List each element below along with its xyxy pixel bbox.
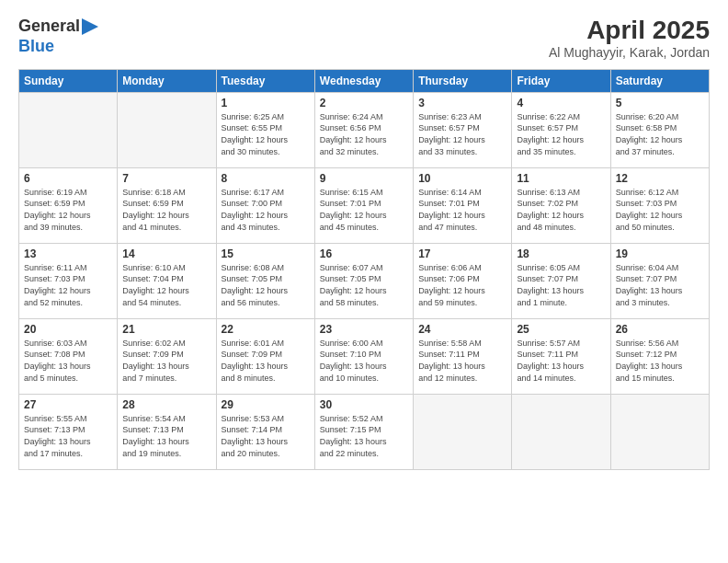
day-info: Sunrise: 6:08 AM Sunset: 7:05 PM Dayligh…	[222, 262, 310, 308]
day-info: Sunrise: 6:24 AM Sunset: 6:56 PM Dayligh…	[320, 111, 408, 157]
day-number: 7	[122, 172, 210, 185]
day-info: Sunrise: 6:15 AM Sunset: 7:01 PM Dayligh…	[320, 187, 408, 233]
day-cell	[414, 394, 512, 469]
day-number: 9	[320, 172, 408, 185]
calendar-table: Sunday Monday Tuesday Wednesday Thursday…	[18, 69, 710, 470]
day-info: Sunrise: 6:18 AM Sunset: 6:59 PM Dayligh…	[122, 187, 210, 233]
day-cell: 28Sunrise: 5:54 AM Sunset: 7:13 PM Dayli…	[118, 394, 216, 469]
day-info: Sunrise: 6:07 AM Sunset: 7:05 PM Dayligh…	[320, 262, 408, 308]
col-saturday: Saturday	[610, 69, 709, 92]
day-info: Sunrise: 6:13 AM Sunset: 7:02 PM Dayligh…	[517, 187, 605, 233]
day-cell: 17Sunrise: 6:06 AM Sunset: 7:06 PM Dayli…	[414, 243, 512, 318]
day-number: 29	[222, 398, 310, 411]
day-info: Sunrise: 6:03 AM Sunset: 7:08 PM Dayligh…	[24, 338, 112, 384]
day-cell: 14Sunrise: 6:10 AM Sunset: 7:04 PM Dayli…	[118, 243, 216, 318]
week-row-0: 1Sunrise: 6:25 AM Sunset: 6:55 PM Daylig…	[19, 92, 710, 167]
day-info: Sunrise: 6:04 AM Sunset: 7:07 PM Dayligh…	[616, 262, 704, 308]
day-info: Sunrise: 5:55 AM Sunset: 7:13 PM Dayligh…	[24, 413, 112, 459]
day-cell	[512, 394, 610, 469]
day-cell: 18Sunrise: 6:05 AM Sunset: 7:07 PM Dayli…	[512, 243, 610, 318]
col-sunday: Sunday	[19, 69, 118, 92]
header: General Blue April 2025 Al Mughayyir, Ka…	[18, 17, 710, 60]
day-number: 26	[616, 323, 704, 336]
day-number: 13	[24, 247, 112, 260]
day-cell: 15Sunrise: 6:08 AM Sunset: 7:05 PM Dayli…	[216, 243, 314, 318]
calendar-title: April 2025	[549, 17, 710, 45]
day-info: Sunrise: 5:53 AM Sunset: 7:14 PM Dayligh…	[222, 413, 310, 459]
day-number: 25	[517, 323, 605, 336]
day-number: 10	[418, 172, 506, 185]
day-number: 1	[222, 97, 310, 109]
day-number: 16	[320, 247, 408, 260]
day-cell: 10Sunrise: 6:14 AM Sunset: 7:01 PM Dayli…	[414, 167, 512, 243]
day-info: Sunrise: 5:56 AM Sunset: 7:12 PM Dayligh…	[616, 338, 704, 384]
day-cell: 5Sunrise: 6:20 AM Sunset: 6:58 PM Daylig…	[610, 92, 709, 167]
col-friday: Friday	[512, 69, 610, 92]
week-row-1: 6Sunrise: 6:19 AM Sunset: 6:59 PM Daylig…	[19, 167, 710, 243]
day-cell	[19, 92, 118, 167]
day-number: 2	[320, 97, 408, 109]
day-cell: 13Sunrise: 6:11 AM Sunset: 7:03 PM Dayli…	[19, 243, 118, 318]
day-cell: 21Sunrise: 6:02 AM Sunset: 7:09 PM Dayli…	[118, 318, 216, 394]
day-cell: 6Sunrise: 6:19 AM Sunset: 6:59 PM Daylig…	[19, 167, 118, 243]
calendar-subtitle: Al Mughayyir, Karak, Jordan	[549, 45, 710, 60]
day-cell: 19Sunrise: 6:04 AM Sunset: 7:07 PM Dayli…	[610, 243, 709, 318]
day-info: Sunrise: 6:11 AM Sunset: 7:03 PM Dayligh…	[24, 262, 112, 308]
day-cell: 4Sunrise: 6:22 AM Sunset: 6:57 PM Daylig…	[512, 92, 610, 167]
day-number: 17	[418, 247, 506, 260]
day-cell: 23Sunrise: 6:00 AM Sunset: 7:10 PM Dayli…	[314, 318, 413, 394]
day-cell: 24Sunrise: 5:58 AM Sunset: 7:11 PM Dayli…	[414, 318, 512, 394]
week-row-4: 27Sunrise: 5:55 AM Sunset: 7:13 PM Dayli…	[19, 394, 710, 469]
day-info: Sunrise: 6:22 AM Sunset: 6:57 PM Dayligh…	[517, 111, 605, 157]
day-info: Sunrise: 6:05 AM Sunset: 7:07 PM Dayligh…	[517, 262, 605, 308]
day-cell: 3Sunrise: 6:23 AM Sunset: 6:57 PM Daylig…	[414, 92, 512, 167]
day-info: Sunrise: 6:23 AM Sunset: 6:57 PM Dayligh…	[418, 111, 506, 157]
svg-marker-0	[82, 18, 98, 35]
day-cell: 20Sunrise: 6:03 AM Sunset: 7:08 PM Dayli…	[19, 318, 118, 394]
day-cell	[118, 92, 216, 167]
week-row-2: 13Sunrise: 6:11 AM Sunset: 7:03 PM Dayli…	[19, 243, 710, 318]
day-number: 28	[122, 398, 210, 411]
day-number: 4	[517, 97, 605, 109]
col-wednesday: Wednesday	[314, 69, 413, 92]
day-info: Sunrise: 6:14 AM Sunset: 7:01 PM Dayligh…	[418, 187, 506, 233]
day-cell: 30Sunrise: 5:52 AM Sunset: 7:15 PM Dayli…	[314, 394, 413, 469]
day-number: 19	[616, 247, 704, 260]
day-info: Sunrise: 6:25 AM Sunset: 6:55 PM Dayligh…	[222, 111, 310, 157]
day-info: Sunrise: 6:01 AM Sunset: 7:09 PM Dayligh…	[222, 338, 310, 384]
day-info: Sunrise: 5:54 AM Sunset: 7:13 PM Dayligh…	[122, 413, 210, 459]
day-number: 21	[122, 323, 210, 336]
day-info: Sunrise: 6:20 AM Sunset: 6:58 PM Dayligh…	[616, 111, 704, 157]
day-cell: 1Sunrise: 6:25 AM Sunset: 6:55 PM Daylig…	[216, 92, 314, 167]
day-cell: 22Sunrise: 6:01 AM Sunset: 7:09 PM Dayli…	[216, 318, 314, 394]
day-number: 14	[122, 247, 210, 260]
day-info: Sunrise: 5:52 AM Sunset: 7:15 PM Dayligh…	[320, 413, 408, 459]
day-cell: 27Sunrise: 5:55 AM Sunset: 7:13 PM Dayli…	[19, 394, 118, 469]
day-info: Sunrise: 6:06 AM Sunset: 7:06 PM Dayligh…	[418, 262, 506, 308]
day-info: Sunrise: 6:17 AM Sunset: 7:00 PM Dayligh…	[222, 187, 310, 233]
col-monday: Monday	[118, 69, 216, 92]
day-info: Sunrise: 6:10 AM Sunset: 7:04 PM Dayligh…	[122, 262, 210, 308]
title-block: April 2025 Al Mughayyir, Karak, Jordan	[549, 17, 710, 60]
calendar-page: General Blue April 2025 Al Mughayyir, Ka…	[0, 0, 728, 563]
col-thursday: Thursday	[414, 69, 512, 92]
day-number: 15	[222, 247, 310, 260]
day-number: 5	[616, 97, 704, 109]
day-number: 18	[517, 247, 605, 260]
day-info: Sunrise: 5:57 AM Sunset: 7:11 PM Dayligh…	[517, 338, 605, 384]
day-cell: 26Sunrise: 5:56 AM Sunset: 7:12 PM Dayli…	[610, 318, 709, 394]
logo: General Blue	[18, 17, 98, 56]
day-cell: 2Sunrise: 6:24 AM Sunset: 6:56 PM Daylig…	[314, 92, 413, 167]
day-cell: 9Sunrise: 6:15 AM Sunset: 7:01 PM Daylig…	[314, 167, 413, 243]
week-row-3: 20Sunrise: 6:03 AM Sunset: 7:08 PM Dayli…	[19, 318, 710, 394]
day-cell	[610, 394, 709, 469]
day-number: 8	[222, 172, 310, 185]
day-cell: 16Sunrise: 6:07 AM Sunset: 7:05 PM Dayli…	[314, 243, 413, 318]
logo-arrow-icon	[82, 18, 98, 35]
day-number: 23	[320, 323, 408, 336]
day-info: Sunrise: 6:12 AM Sunset: 7:03 PM Dayligh…	[616, 187, 704, 233]
day-number: 6	[24, 172, 112, 185]
day-number: 20	[24, 323, 112, 336]
header-row: Sunday Monday Tuesday Wednesday Thursday…	[19, 69, 710, 92]
day-cell: 11Sunrise: 6:13 AM Sunset: 7:02 PM Dayli…	[512, 167, 610, 243]
